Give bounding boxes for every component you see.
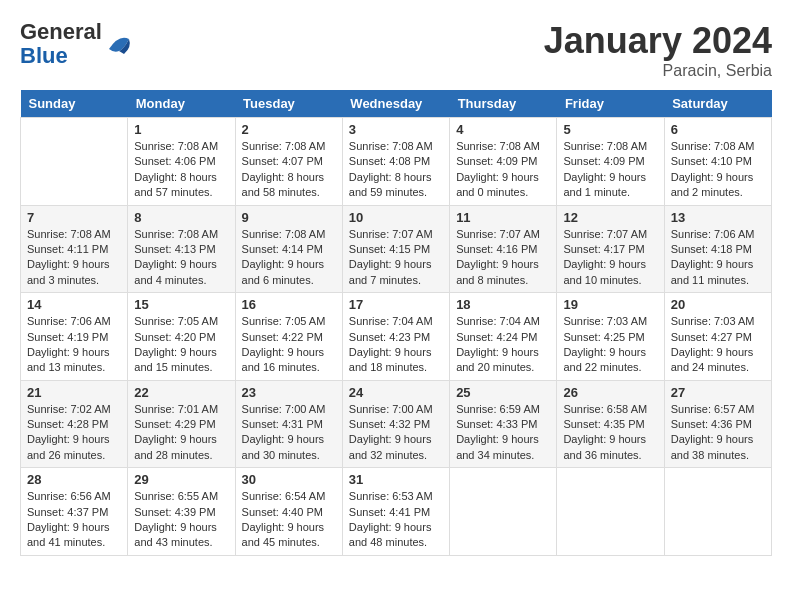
day-number: 30 bbox=[242, 472, 336, 487]
table-row: 26 Sunrise: 6:58 AMSunset: 4:35 PMDaylig… bbox=[557, 380, 664, 468]
calendar-week-row: 1 Sunrise: 7:08 AMSunset: 4:06 PMDayligh… bbox=[21, 118, 772, 206]
col-friday: Friday bbox=[557, 90, 664, 118]
table-row: 29 Sunrise: 6:55 AMSunset: 4:39 PMDaylig… bbox=[128, 468, 235, 556]
day-info: Sunrise: 7:08 AMSunset: 4:09 PMDaylight:… bbox=[563, 139, 657, 201]
table-row: 27 Sunrise: 6:57 AMSunset: 4:36 PMDaylig… bbox=[664, 380, 771, 468]
table-row: 17 Sunrise: 7:04 AMSunset: 4:23 PMDaylig… bbox=[342, 293, 449, 381]
day-number: 14 bbox=[27, 297, 121, 312]
table-row: 23 Sunrise: 7:00 AMSunset: 4:31 PMDaylig… bbox=[235, 380, 342, 468]
day-info: Sunrise: 6:55 AMSunset: 4:39 PMDaylight:… bbox=[134, 489, 228, 551]
table-row: 13 Sunrise: 7:06 AMSunset: 4:18 PMDaylig… bbox=[664, 205, 771, 293]
day-info: Sunrise: 6:56 AMSunset: 4:37 PMDaylight:… bbox=[27, 489, 121, 551]
table-row: 15 Sunrise: 7:05 AMSunset: 4:20 PMDaylig… bbox=[128, 293, 235, 381]
table-row: 14 Sunrise: 7:06 AMSunset: 4:19 PMDaylig… bbox=[21, 293, 128, 381]
table-row bbox=[557, 468, 664, 556]
logo: General Blue bbox=[20, 20, 134, 68]
table-row: 19 Sunrise: 7:03 AMSunset: 4:25 PMDaylig… bbox=[557, 293, 664, 381]
day-info: Sunrise: 6:58 AMSunset: 4:35 PMDaylight:… bbox=[563, 402, 657, 464]
day-info: Sunrise: 7:05 AMSunset: 4:22 PMDaylight:… bbox=[242, 314, 336, 376]
day-info: Sunrise: 7:08 AMSunset: 4:09 PMDaylight:… bbox=[456, 139, 550, 201]
day-info: Sunrise: 7:06 AMSunset: 4:19 PMDaylight:… bbox=[27, 314, 121, 376]
col-thursday: Thursday bbox=[450, 90, 557, 118]
table-row: 28 Sunrise: 6:56 AMSunset: 4:37 PMDaylig… bbox=[21, 468, 128, 556]
day-info: Sunrise: 7:08 AMSunset: 4:13 PMDaylight:… bbox=[134, 227, 228, 289]
day-info: Sunrise: 7:00 AMSunset: 4:32 PMDaylight:… bbox=[349, 402, 443, 464]
day-number: 17 bbox=[349, 297, 443, 312]
table-row: 16 Sunrise: 7:05 AMSunset: 4:22 PMDaylig… bbox=[235, 293, 342, 381]
table-row: 7 Sunrise: 7:08 AMSunset: 4:11 PMDayligh… bbox=[21, 205, 128, 293]
page-header: General Blue January 2024 Paracin, Serbi… bbox=[20, 20, 772, 80]
title-block: January 2024 Paracin, Serbia bbox=[544, 20, 772, 80]
day-number: 25 bbox=[456, 385, 550, 400]
table-row: 9 Sunrise: 7:08 AMSunset: 4:14 PMDayligh… bbox=[235, 205, 342, 293]
calendar-table: Sunday Monday Tuesday Wednesday Thursday… bbox=[20, 90, 772, 556]
table-row: 12 Sunrise: 7:07 AMSunset: 4:17 PMDaylig… bbox=[557, 205, 664, 293]
day-number: 16 bbox=[242, 297, 336, 312]
table-row: 5 Sunrise: 7:08 AMSunset: 4:09 PMDayligh… bbox=[557, 118, 664, 206]
table-row bbox=[664, 468, 771, 556]
day-number: 12 bbox=[563, 210, 657, 225]
day-info: Sunrise: 7:03 AMSunset: 4:27 PMDaylight:… bbox=[671, 314, 765, 376]
day-number: 27 bbox=[671, 385, 765, 400]
table-row: 11 Sunrise: 7:07 AMSunset: 4:16 PMDaylig… bbox=[450, 205, 557, 293]
day-number: 4 bbox=[456, 122, 550, 137]
table-row: 3 Sunrise: 7:08 AMSunset: 4:08 PMDayligh… bbox=[342, 118, 449, 206]
day-info: Sunrise: 7:04 AMSunset: 4:24 PMDaylight:… bbox=[456, 314, 550, 376]
day-info: Sunrise: 6:59 AMSunset: 4:33 PMDaylight:… bbox=[456, 402, 550, 464]
day-info: Sunrise: 7:07 AMSunset: 4:17 PMDaylight:… bbox=[563, 227, 657, 289]
day-number: 8 bbox=[134, 210, 228, 225]
day-info: Sunrise: 7:05 AMSunset: 4:20 PMDaylight:… bbox=[134, 314, 228, 376]
day-number: 22 bbox=[134, 385, 228, 400]
col-tuesday: Tuesday bbox=[235, 90, 342, 118]
table-row: 25 Sunrise: 6:59 AMSunset: 4:33 PMDaylig… bbox=[450, 380, 557, 468]
table-row: 1 Sunrise: 7:08 AMSunset: 4:06 PMDayligh… bbox=[128, 118, 235, 206]
day-number: 5 bbox=[563, 122, 657, 137]
col-monday: Monday bbox=[128, 90, 235, 118]
day-info: Sunrise: 7:07 AMSunset: 4:15 PMDaylight:… bbox=[349, 227, 443, 289]
logo-blue: Blue bbox=[20, 43, 68, 68]
table-row: 10 Sunrise: 7:07 AMSunset: 4:15 PMDaylig… bbox=[342, 205, 449, 293]
day-info: Sunrise: 7:08 AMSunset: 4:08 PMDaylight:… bbox=[349, 139, 443, 201]
day-number: 13 bbox=[671, 210, 765, 225]
day-info: Sunrise: 6:53 AMSunset: 4:41 PMDaylight:… bbox=[349, 489, 443, 551]
col-wednesday: Wednesday bbox=[342, 90, 449, 118]
location-subtitle: Paracin, Serbia bbox=[544, 62, 772, 80]
day-info: Sunrise: 6:57 AMSunset: 4:36 PMDaylight:… bbox=[671, 402, 765, 464]
day-number: 18 bbox=[456, 297, 550, 312]
table-row: 21 Sunrise: 7:02 AMSunset: 4:28 PMDaylig… bbox=[21, 380, 128, 468]
day-number: 23 bbox=[242, 385, 336, 400]
day-number: 1 bbox=[134, 122, 228, 137]
day-info: Sunrise: 6:54 AMSunset: 4:40 PMDaylight:… bbox=[242, 489, 336, 551]
day-info: Sunrise: 7:08 AMSunset: 4:14 PMDaylight:… bbox=[242, 227, 336, 289]
table-row: 22 Sunrise: 7:01 AMSunset: 4:29 PMDaylig… bbox=[128, 380, 235, 468]
table-row: 18 Sunrise: 7:04 AMSunset: 4:24 PMDaylig… bbox=[450, 293, 557, 381]
day-number: 28 bbox=[27, 472, 121, 487]
col-saturday: Saturday bbox=[664, 90, 771, 118]
day-number: 6 bbox=[671, 122, 765, 137]
table-row: 4 Sunrise: 7:08 AMSunset: 4:09 PMDayligh… bbox=[450, 118, 557, 206]
table-row bbox=[450, 468, 557, 556]
day-info: Sunrise: 7:08 AMSunset: 4:06 PMDaylight:… bbox=[134, 139, 228, 201]
logo-general: General bbox=[20, 19, 102, 44]
day-info: Sunrise: 7:00 AMSunset: 4:31 PMDaylight:… bbox=[242, 402, 336, 464]
day-number: 7 bbox=[27, 210, 121, 225]
table-row: 8 Sunrise: 7:08 AMSunset: 4:13 PMDayligh… bbox=[128, 205, 235, 293]
calendar-week-row: 7 Sunrise: 7:08 AMSunset: 4:11 PMDayligh… bbox=[21, 205, 772, 293]
table-row: 30 Sunrise: 6:54 AMSunset: 4:40 PMDaylig… bbox=[235, 468, 342, 556]
day-info: Sunrise: 7:08 AMSunset: 4:10 PMDaylight:… bbox=[671, 139, 765, 201]
table-row bbox=[21, 118, 128, 206]
calendar-header-row: Sunday Monday Tuesday Wednesday Thursday… bbox=[21, 90, 772, 118]
day-number: 20 bbox=[671, 297, 765, 312]
day-number: 3 bbox=[349, 122, 443, 137]
day-number: 15 bbox=[134, 297, 228, 312]
table-row: 20 Sunrise: 7:03 AMSunset: 4:27 PMDaylig… bbox=[664, 293, 771, 381]
col-sunday: Sunday bbox=[21, 90, 128, 118]
day-info: Sunrise: 7:08 AMSunset: 4:07 PMDaylight:… bbox=[242, 139, 336, 201]
day-info: Sunrise: 7:06 AMSunset: 4:18 PMDaylight:… bbox=[671, 227, 765, 289]
day-number: 24 bbox=[349, 385, 443, 400]
calendar-week-row: 14 Sunrise: 7:06 AMSunset: 4:19 PMDaylig… bbox=[21, 293, 772, 381]
day-info: Sunrise: 7:04 AMSunset: 4:23 PMDaylight:… bbox=[349, 314, 443, 376]
table-row: 31 Sunrise: 6:53 AMSunset: 4:41 PMDaylig… bbox=[342, 468, 449, 556]
day-info: Sunrise: 7:01 AMSunset: 4:29 PMDaylight:… bbox=[134, 402, 228, 464]
day-number: 9 bbox=[242, 210, 336, 225]
